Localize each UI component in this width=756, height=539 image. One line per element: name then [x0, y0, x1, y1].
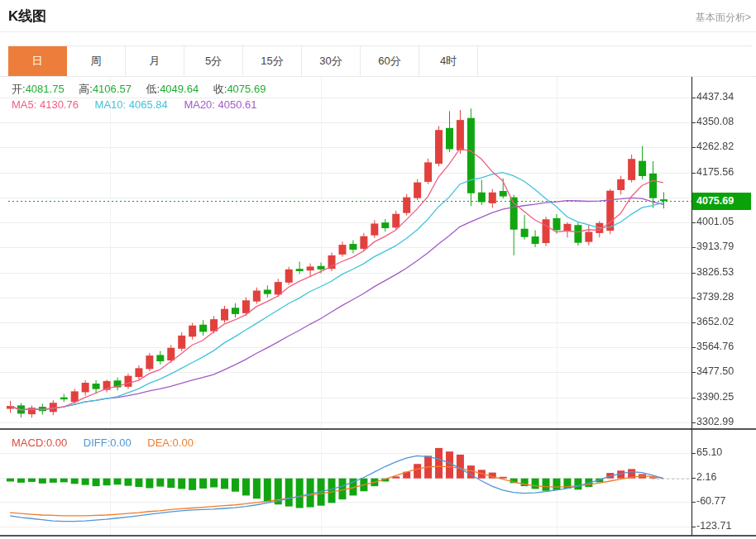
- y-axis-label: -123.71: [696, 520, 731, 532]
- ma10-value: MA10: 4065.84: [95, 98, 168, 111]
- tab-week[interactable]: 周: [67, 46, 126, 76]
- high-label: 高:: [79, 83, 93, 95]
- diff-value: DIFF:0.00: [84, 436, 132, 449]
- dea-value: DEA:0.00: [147, 436, 194, 449]
- tab-month[interactable]: 月: [126, 46, 184, 76]
- tab-30min[interactable]: 30分: [302, 46, 361, 76]
- y-axis-label: 3826.53: [696, 266, 734, 278]
- ma-info-row: MA5: 4130.76 MA10: 4065.84 MA20: 4050.61: [12, 98, 257, 111]
- y-axis-label: 4350.08: [696, 116, 734, 127]
- y-axis-label: 3302.99: [696, 416, 734, 427]
- low-label: 低:: [146, 83, 160, 95]
- macd-info-row: MACD:0.00 DIFF:0.00 DEA:0.00: [12, 436, 194, 449]
- ma20-value: MA20: 4050.61: [184, 98, 256, 111]
- y-axis-label: 3564.76: [696, 341, 734, 352]
- y-axis-label: 3390.25: [696, 391, 734, 403]
- close-value: 4075.69: [227, 83, 266, 95]
- tab-15min[interactable]: 15分: [243, 46, 302, 76]
- kline-chart-canvas[interactable]: [0, 0, 756, 539]
- tab-60min[interactable]: 60分: [361, 46, 419, 76]
- tab-5min[interactable]: 5分: [184, 46, 243, 76]
- ma5-value: MA5: 4130.76: [12, 98, 79, 111]
- current-price-badge: 4075.69: [692, 193, 751, 210]
- fundamental-analysis-link[interactable]: 基本面分析>: [696, 11, 751, 25]
- y-axis-label: 3477.50: [696, 365, 734, 377]
- ohlc-info-row: 开:4081.75 高:4106.57 低:4049.64 收:4075.69: [12, 82, 277, 97]
- y-axis-label: 3652.02: [696, 316, 734, 327]
- tab-day[interactable]: 日: [8, 46, 67, 76]
- period-tab-bar: 日 周 月 5分 15分 30分 60分 4时: [8, 45, 753, 77]
- macd-value: MACD:0.00: [12, 436, 67, 449]
- high-value: 4106.57: [93, 83, 132, 95]
- y-axis-label: -60.77: [696, 495, 725, 507]
- open-value: 4081.75: [26, 83, 65, 95]
- y-axis-label: 4001.05: [696, 216, 734, 227]
- header-divider: [0, 31, 756, 32]
- open-label: 开:: [12, 83, 26, 95]
- y-axis-label: 4437.34: [696, 91, 734, 103]
- page-title: K线图: [8, 7, 46, 26]
- y-axis-label: 3739.28: [696, 291, 734, 303]
- y-axis-label: 4262.82: [696, 141, 734, 152]
- y-axis-label: 3913.79: [696, 241, 734, 252]
- tab-4hour[interactable]: 4时: [419, 46, 478, 76]
- y-axis-label: 4175.56: [696, 166, 734, 178]
- y-axis-label: 65.10: [696, 446, 722, 458]
- close-label: 收:: [213, 83, 227, 95]
- y-axis-label: 2.16: [696, 471, 716, 483]
- low-value: 4049.64: [160, 83, 199, 95]
